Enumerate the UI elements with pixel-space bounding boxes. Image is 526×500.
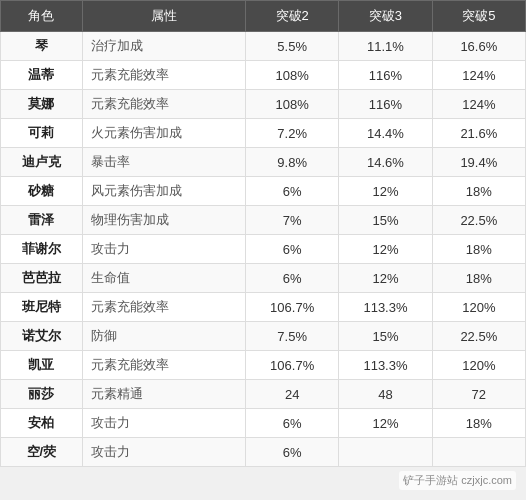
cell-attr-7: 攻击力 <box>82 235 245 264</box>
cell-attr-10: 防御 <box>82 322 245 351</box>
col-header-b2: 突破2 <box>245 1 338 32</box>
cell-b2-9: 106.7% <box>245 293 338 322</box>
cell-b3-2: 116% <box>339 90 432 119</box>
cell-role-1: 温蒂 <box>1 61 83 90</box>
cell-b3-9: 113.3% <box>339 293 432 322</box>
cell-role-13: 安柏 <box>1 409 83 438</box>
cell-b2-13: 6% <box>245 409 338 438</box>
cell-b2-2: 108% <box>245 90 338 119</box>
cell-role-12: 丽莎 <box>1 380 83 409</box>
cell-attr-1: 元素充能效率 <box>82 61 245 90</box>
cell-attr-0: 治疗加成 <box>82 32 245 61</box>
col-header-role: 角色 <box>1 1 83 32</box>
cell-role-8: 芭芭拉 <box>1 264 83 293</box>
cell-attr-8: 生命值 <box>82 264 245 293</box>
cell-b5-6: 22.5% <box>432 206 525 235</box>
table-row: 莫娜元素充能效率108%116%124% <box>1 90 526 119</box>
table-row: 凯亚元素充能效率106.7%113.3%120% <box>1 351 526 380</box>
cell-role-0: 琴 <box>1 32 83 61</box>
cell-b2-14: 6% <box>245 438 338 467</box>
cell-b3-4: 14.6% <box>339 148 432 177</box>
cell-attr-3: 火元素伤害加成 <box>82 119 245 148</box>
table-row: 可莉火元素伤害加成7.2%14.4%21.6% <box>1 119 526 148</box>
cell-b3-0: 11.1% <box>339 32 432 61</box>
cell-b2-11: 106.7% <box>245 351 338 380</box>
col-header-attr: 属性 <box>82 1 245 32</box>
cell-role-4: 迪卢克 <box>1 148 83 177</box>
cell-attr-5: 风元素伤害加成 <box>82 177 245 206</box>
cell-b5-10: 22.5% <box>432 322 525 351</box>
cell-b5-2: 124% <box>432 90 525 119</box>
cell-b5-11: 120% <box>432 351 525 380</box>
table-row: 诺艾尔防御7.5%15%22.5% <box>1 322 526 351</box>
cell-b5-8: 18% <box>432 264 525 293</box>
character-table: 角色 属性 突破2 突破3 突破5 琴治疗加成5.5%11.1%16.6%温蒂元… <box>0 0 526 467</box>
cell-role-5: 砂糖 <box>1 177 83 206</box>
cell-role-14: 空/荧 <box>1 438 83 467</box>
cell-b5-12: 72 <box>432 380 525 409</box>
cell-b2-1: 108% <box>245 61 338 90</box>
cell-role-7: 菲谢尔 <box>1 235 83 264</box>
cell-b5-5: 18% <box>432 177 525 206</box>
cell-b5-9: 120% <box>432 293 525 322</box>
table-row: 班尼特元素充能效率106.7%113.3%120% <box>1 293 526 322</box>
cell-attr-6: 物理伤害加成 <box>82 206 245 235</box>
table-row: 安柏攻击力6%12%18% <box>1 409 526 438</box>
table-row: 空/荧攻击力6% <box>1 438 526 467</box>
cell-b3-5: 12% <box>339 177 432 206</box>
cell-b5-3: 21.6% <box>432 119 525 148</box>
cell-b5-4: 19.4% <box>432 148 525 177</box>
cell-role-3: 可莉 <box>1 119 83 148</box>
table-row: 菲谢尔攻击力6%12%18% <box>1 235 526 264</box>
cell-b3-11: 113.3% <box>339 351 432 380</box>
cell-b2-5: 6% <box>245 177 338 206</box>
cell-b2-6: 7% <box>245 206 338 235</box>
table-row: 丽莎元素精通244872 <box>1 380 526 409</box>
cell-b3-3: 14.4% <box>339 119 432 148</box>
cell-b2-3: 7.2% <box>245 119 338 148</box>
cell-role-2: 莫娜 <box>1 90 83 119</box>
cell-attr-9: 元素充能效率 <box>82 293 245 322</box>
table-row: 砂糖风元素伤害加成6%12%18% <box>1 177 526 206</box>
cell-attr-4: 暴击率 <box>82 148 245 177</box>
table-row: 温蒂元素充能效率108%116%124% <box>1 61 526 90</box>
cell-b5-1: 124% <box>432 61 525 90</box>
table-row: 芭芭拉生命值6%12%18% <box>1 264 526 293</box>
cell-attr-12: 元素精通 <box>82 380 245 409</box>
cell-attr-14: 攻击力 <box>82 438 245 467</box>
cell-b3-6: 15% <box>339 206 432 235</box>
watermark: 铲子手游站 czjxjc.com <box>399 471 516 490</box>
col-header-b5: 突破5 <box>432 1 525 32</box>
cell-role-9: 班尼特 <box>1 293 83 322</box>
table-row: 迪卢克暴击率9.8%14.6%19.4% <box>1 148 526 177</box>
cell-b2-12: 24 <box>245 380 338 409</box>
col-header-b3: 突破3 <box>339 1 432 32</box>
cell-b3-7: 12% <box>339 235 432 264</box>
cell-b2-4: 9.8% <box>245 148 338 177</box>
cell-b3-13: 12% <box>339 409 432 438</box>
cell-role-6: 雷泽 <box>1 206 83 235</box>
cell-attr-11: 元素充能效率 <box>82 351 245 380</box>
cell-b3-8: 12% <box>339 264 432 293</box>
cell-b2-8: 6% <box>245 264 338 293</box>
cell-role-10: 诺艾尔 <box>1 322 83 351</box>
main-table-wrapper: 角色 属性 突破2 突破3 突破5 琴治疗加成5.5%11.1%16.6%温蒂元… <box>0 0 526 467</box>
cell-b3-14 <box>339 438 432 467</box>
cell-b2-0: 5.5% <box>245 32 338 61</box>
cell-b5-0: 16.6% <box>432 32 525 61</box>
cell-role-11: 凯亚 <box>1 351 83 380</box>
table-row: 雷泽物理伤害加成7%15%22.5% <box>1 206 526 235</box>
cell-b5-14 <box>432 438 525 467</box>
cell-b5-7: 18% <box>432 235 525 264</box>
table-row: 琴治疗加成5.5%11.1%16.6% <box>1 32 526 61</box>
cell-b3-12: 48 <box>339 380 432 409</box>
table-header-row: 角色 属性 突破2 突破3 突破5 <box>1 1 526 32</box>
cell-b5-13: 18% <box>432 409 525 438</box>
cell-b2-10: 7.5% <box>245 322 338 351</box>
cell-attr-13: 攻击力 <box>82 409 245 438</box>
cell-b2-7: 6% <box>245 235 338 264</box>
cell-attr-2: 元素充能效率 <box>82 90 245 119</box>
cell-b3-1: 116% <box>339 61 432 90</box>
cell-b3-10: 15% <box>339 322 432 351</box>
